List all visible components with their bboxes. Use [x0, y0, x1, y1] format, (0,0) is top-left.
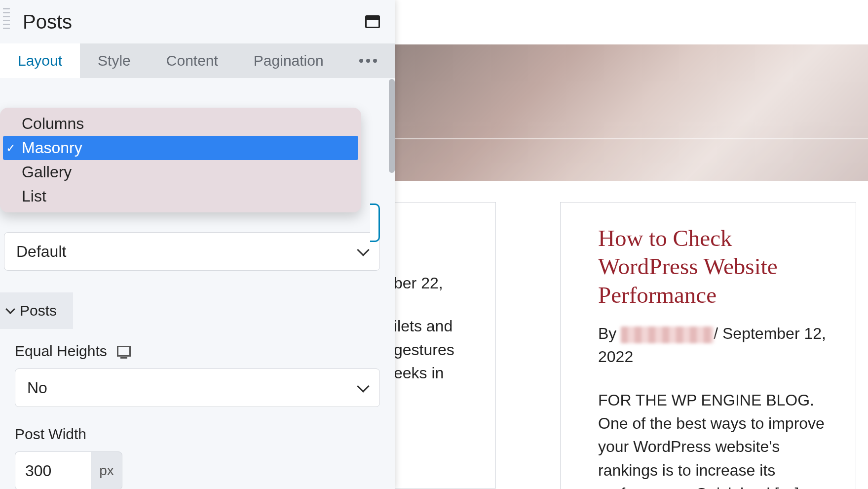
post-width-unit[interactable]: px — [91, 451, 122, 489]
posts-section-body: Equal Heights No Post Width 300 px — [0, 329, 395, 489]
chevron-down-icon — [357, 244, 369, 256]
dropdown-option-list[interactable]: List — [3, 184, 358, 208]
post-card-meta: By / September 12, 2022 — [598, 322, 828, 369]
post-card-title[interactable]: How to Check WordPress Website Performan… — [598, 224, 828, 309]
chevron-down-icon — [357, 380, 369, 392]
equal-heights-select[interactable]: No — [15, 368, 380, 407]
hero-image — [395, 44, 868, 181]
panel-header: Posts — [0, 0, 395, 43]
tab-style[interactable]: Style — [80, 43, 149, 78]
chevron-down-icon — [5, 304, 15, 314]
dropdown-option-masonry[interactable]: ✓ Masonry — [3, 136, 358, 160]
equal-heights-value: No — [27, 379, 47, 397]
ellipsis-icon — [359, 59, 377, 63]
author-name-redacted — [621, 326, 714, 343]
post-card-excerpt: FOR THE WP ENGINE BLOG. One of the best … — [598, 389, 828, 489]
equal-heights-row: Equal Heights — [15, 343, 380, 360]
tab-pagination[interactable]: Pagination — [236, 43, 341, 78]
section-header-posts[interactable]: Posts — [0, 292, 395, 329]
drag-handle-icon[interactable] — [3, 8, 10, 36]
tab-layout[interactable]: Layout — [0, 43, 80, 78]
section-title: Posts — [20, 302, 57, 319]
settings-sidebar: Posts Layout Style Content Pagination De… — [0, 0, 395, 489]
tab-more-button[interactable] — [341, 43, 395, 78]
equal-heights-label: Equal Heights — [15, 343, 107, 360]
tab-content[interactable]: Content — [149, 43, 236, 78]
secondary-select[interactable]: Default — [4, 232, 380, 271]
responsive-preview-icon[interactable] — [365, 15, 380, 28]
secondary-select-value: Default — [16, 243, 66, 261]
panel-title: Posts — [23, 11, 72, 33]
tabs-bar: Layout Style Content Pagination — [0, 43, 395, 78]
post-width-input-group: 300 px — [15, 451, 122, 489]
preview-canvas: ber 22, ilets and gestures eeks in , How… — [395, 0, 868, 489]
post-width-input[interactable]: 300 — [15, 451, 91, 489]
desktop-icon[interactable] — [117, 346, 131, 357]
check-icon: ✓ — [6, 141, 16, 155]
post-card: How to Check WordPress Website Performan… — [560, 202, 856, 489]
layout-dropdown-popup: Columns ✓ Masonry Gallery List — [0, 108, 361, 212]
layout-select-border-fragment — [370, 204, 380, 242]
dropdown-option-gallery[interactable]: Gallery — [3, 160, 358, 184]
post-width-label: Post Width — [15, 426, 380, 443]
post-card-text-fragment: ber 22, ilets and gestures eeks in , — [394, 272, 495, 408]
dropdown-option-columns[interactable]: Columns — [3, 112, 358, 136]
post-card-partial-left: ber 22, ilets and gestures eeks in , — [394, 202, 496, 489]
